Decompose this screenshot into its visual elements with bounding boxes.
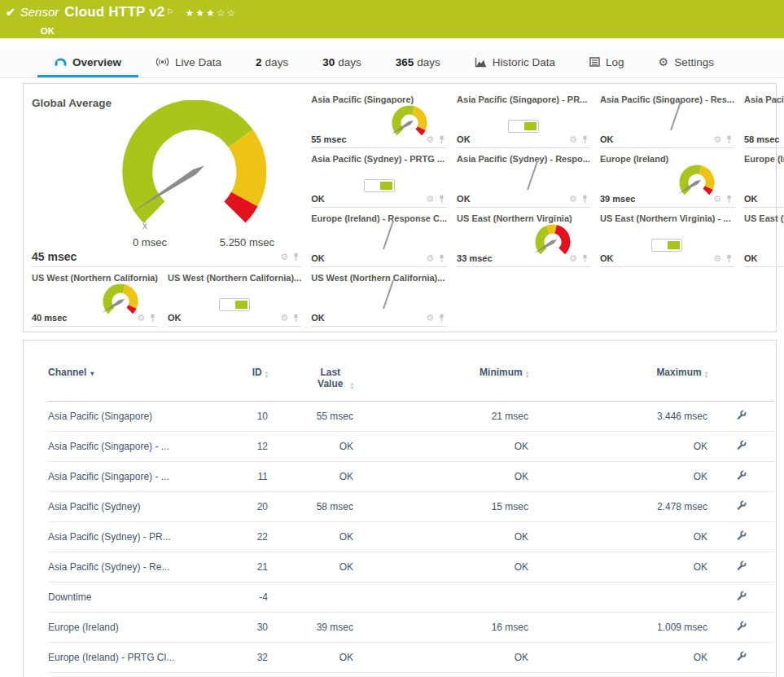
tab-label: Live Data [175, 56, 221, 68]
edit-channel-wrench-icon[interactable] [736, 591, 747, 601]
table-row: Asia Pacific (Singapore)1055 msec21 msec… [48, 402, 774, 432]
cell-channel[interactable]: Europe (Ireland) - PRTG Cl... [48, 643, 211, 673]
pin-icon[interactable] [438, 195, 445, 204]
cell-channel[interactable]: Asia Pacific (Sydney) - PR... [48, 522, 211, 552]
sort-icon: ▴▾ [526, 371, 528, 378]
gauges-grid: Global Average x̄ 0 msec 5.250 msec 45 m… [24, 84, 776, 332]
cell-id: 22 [211, 522, 268, 552]
cell-last-value [268, 582, 353, 613]
edit-channel-wrench-icon[interactable] [736, 561, 747, 571]
edit-channel-wrench-icon[interactable] [736, 621, 747, 631]
gear-icon[interactable]: ⚙ [426, 195, 434, 204]
flag-icon[interactable]: ⚐ [166, 7, 173, 16]
tab-historic-data[interactable]: Historic Data [458, 49, 572, 77]
gauge-cell-actions: ⚙ [137, 314, 156, 323]
tab-days[interactable]: 2days [239, 49, 305, 77]
gauge-cell: Asia Pacific (Singapore)55 msec⚙ [311, 89, 447, 148]
cell-last-value: OK [268, 673, 353, 677]
ok-toggle-indicator [364, 179, 395, 192]
ok-toggle-indicator [651, 239, 682, 252]
gear-icon[interactable]: ⚙ [137, 314, 145, 323]
needle-indicator [383, 280, 394, 310]
table-row: Europe (Ireland) - PRTG Cl...32OKOKOK [48, 643, 774, 673]
cell-channel[interactable]: Asia Pacific (Singapore) - ... [48, 462, 211, 492]
gauge-cell-actions: ⚙ [426, 195, 445, 204]
gauge-cell: Asia Pacific (Singapore) - PR...OK⚙ [457, 89, 590, 148]
gear-icon[interactable]: ⚙ [569, 195, 577, 204]
pin-icon[interactable] [581, 254, 589, 263]
channel-table: Channel▾ID▴▾Last Value▴▾Minimum▴▾Maximum… [48, 363, 774, 677]
cell-channel[interactable]: Asia Pacific (Singapore) [48, 402, 211, 432]
pin-icon[interactable] [438, 135, 445, 144]
gear-icon[interactable]: ⚙ [280, 253, 288, 262]
gauge-cell: Asia Pacific (Singapore) - Res...OK⚙ [600, 89, 734, 148]
main-gauge-cell: Global Average x̄ 0 msec 5.250 msec 45 m… [32, 89, 301, 267]
main-gauge-value: 45 msec [32, 250, 77, 263]
gear-icon[interactable]: ⚙ [713, 135, 721, 144]
gauges-panel: Global Average x̄ 0 msec 5.250 msec 45 m… [23, 83, 777, 332]
pin-icon[interactable] [438, 254, 445, 263]
tab-label: Log [606, 56, 624, 68]
cell-maximum: 3.446 msec [528, 402, 707, 432]
pin-icon[interactable] [292, 314, 300, 323]
cell-channel[interactable]: Europe (Ireland) - Respon... [48, 673, 211, 677]
cell-channel[interactable]: Asia Pacific (Singapore) - ... [48, 432, 211, 462]
edit-channel-wrench-icon[interactable] [736, 500, 747, 511]
pin-icon[interactable] [581, 135, 589, 144]
tab-log[interactable]: Log [572, 49, 642, 77]
gauge-cell-actions: ⚙ [280, 314, 300, 323]
edit-channel-wrench-icon[interactable] [736, 470, 747, 481]
tab-days[interactable]: 30days [305, 49, 379, 77]
gauge-cell-value: OK [311, 194, 325, 204]
gauge-cell-title: Europe (Ireland) - Response C... [311, 208, 447, 223]
pin-icon[interactable] [581, 195, 589, 204]
pin-icon[interactable] [292, 253, 300, 262]
gear-icon[interactable]: ⚙ [426, 254, 434, 263]
gear-icon[interactable]: ⚙ [713, 254, 721, 263]
edit-channel-wrench-icon[interactable] [736, 440, 747, 451]
gear-icon[interactable]: ⚙ [569, 135, 577, 144]
gear-icon[interactable]: ⚙ [713, 195, 721, 204]
pin-icon[interactable] [725, 195, 733, 204]
pin-icon[interactable] [725, 254, 733, 263]
gauge-cell-actions: ⚙ [569, 254, 589, 263]
sensor-title: Cloud HTTP v2 [64, 4, 164, 20]
gear-icon: ⚙ [659, 56, 669, 68]
gear-icon[interactable]: ⚙ [280, 314, 288, 323]
edit-channel-wrench-icon[interactable] [736, 410, 747, 420]
pin-icon[interactable] [438, 314, 445, 323]
gauge-cell-value: OK [744, 194, 758, 204]
column-header-id[interactable]: ID▴▾ [211, 363, 268, 402]
tab-overview[interactable]: Overview [37, 49, 138, 77]
priority-stars[interactable]: ★★★☆☆ [185, 7, 237, 19]
column-header-minimum[interactable]: Minimum▴▾ [353, 363, 528, 402]
tab-live-data[interactable]: Live Data [138, 49, 239, 77]
gear-icon[interactable]: ⚙ [426, 314, 434, 323]
gauge-cell-title: Asia Pacific (Singapore) - Res... [600, 89, 734, 104]
tab-label: Overview [72, 56, 121, 68]
gauge-cell-title: Asia Pacific (Sydney) - PRTG ... [311, 148, 447, 164]
gauge-cell-value: 40 msec [32, 313, 67, 323]
column-header-channel[interactable]: Channel▾ [48, 363, 211, 402]
tab-days[interactable]: 365days [379, 49, 458, 77]
gauge-cell: US West (Northern California)...OK⚙ [168, 267, 301, 327]
cell-channel[interactable]: Asia Pacific (Sydney) - Re... [48, 552, 211, 582]
pin-icon[interactable] [725, 135, 733, 144]
needle-indicator [670, 102, 681, 131]
needle-indicator [383, 221, 394, 250]
gauge-cell-value: OK [168, 313, 182, 323]
tab-settings[interactable]: ⚙Settings [642, 49, 731, 77]
column-header-maximum[interactable]: Maximum▴▾ [528, 363, 707, 402]
cell-channel[interactable]: Europe (Ireland) [48, 613, 211, 643]
edit-channel-wrench-icon[interactable] [736, 530, 747, 541]
tab-label: Settings [674, 56, 714, 68]
cell-channel[interactable]: Asia Pacific (Sydney) [48, 492, 211, 522]
column-header-last-value[interactable]: Last Value▴▾ [268, 363, 353, 402]
pin-icon[interactable] [149, 314, 156, 323]
gauge-cell: Europe (Ireland)39 msec⚙ [600, 148, 734, 208]
gear-icon[interactable]: ⚙ [569, 254, 577, 263]
cell-id: 10 [211, 402, 268, 432]
edit-channel-wrench-icon[interactable] [736, 651, 747, 662]
cell-channel[interactable]: Downtime [48, 582, 211, 613]
gear-icon[interactable]: ⚙ [426, 135, 434, 144]
